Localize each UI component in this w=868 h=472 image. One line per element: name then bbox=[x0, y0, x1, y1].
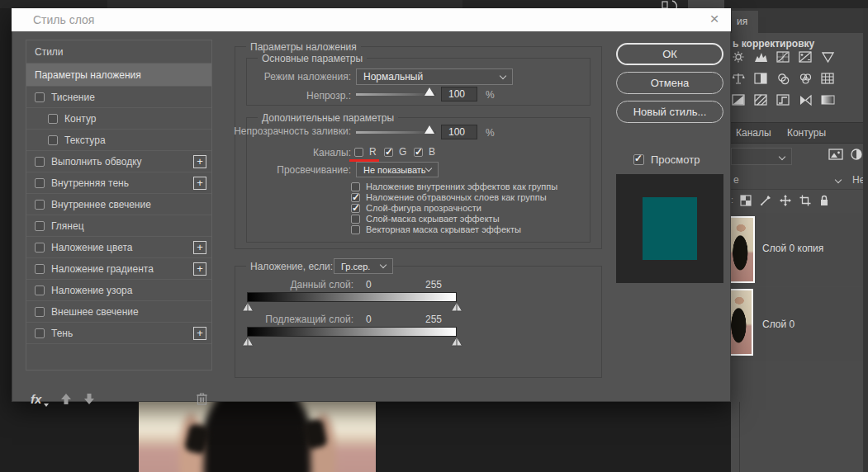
checkbox[interactable] bbox=[35, 328, 45, 338]
checkbox[interactable] bbox=[354, 148, 363, 157]
add-effect-icon[interactable]: + bbox=[193, 177, 206, 190]
channel-r-checkbox-row[interactable]: R bbox=[354, 146, 377, 158]
sidebar-item-bevel[interactable]: Тиснение bbox=[26, 87, 211, 108]
option-blend-clipped[interactable]: Наложение обтравочных слоев как группы bbox=[351, 192, 547, 202]
add-effect-icon[interactable]: + bbox=[193, 241, 206, 254]
checkbox[interactable] bbox=[414, 148, 423, 157]
this-layer-thumb-left[interactable] bbox=[242, 302, 254, 312]
add-effect-icon[interactable]: + bbox=[193, 327, 206, 340]
checkbox[interactable] bbox=[351, 182, 360, 191]
checkbox[interactable] bbox=[35, 221, 45, 231]
ok-button[interactable]: ОК bbox=[616, 43, 723, 65]
curves-icon[interactable] bbox=[776, 51, 790, 64]
checkbox[interactable] bbox=[351, 215, 360, 224]
sidebar-item-outer-glow[interactable]: Внешнее свечение bbox=[26, 301, 211, 323]
layer-thumbnail[interactable] bbox=[728, 289, 753, 356]
underlying-thumb-left[interactable] bbox=[242, 337, 254, 347]
posterize-icon[interactable] bbox=[754, 94, 768, 106]
add-effect-icon[interactable]: + bbox=[193, 155, 206, 168]
blend-if-select[interactable]: Гр.сер. bbox=[334, 258, 393, 274]
fill-opacity-input[interactable]: 100 bbox=[441, 125, 477, 139]
exposure-icon[interactable] bbox=[799, 51, 813, 64]
checkbox[interactable] bbox=[35, 243, 45, 253]
fx-button[interactable]: fx bbox=[31, 392, 41, 406]
channel-g-checkbox-row[interactable]: G bbox=[384, 146, 406, 158]
sidebar-item-stroke[interactable]: Выполнить обводку+ bbox=[26, 151, 211, 172]
tab-paths[interactable]: Контуры bbox=[782, 123, 834, 139]
checkbox[interactable] bbox=[35, 178, 45, 188]
sidebar-item-drop-shadow[interactable]: Тень+ bbox=[26, 323, 211, 344]
layer-thumbnail[interactable] bbox=[729, 216, 755, 283]
checkbox[interactable] bbox=[35, 307, 45, 317]
move-effect-up-button[interactable] bbox=[60, 393, 72, 405]
image-thumbnail-icon[interactable] bbox=[828, 149, 843, 161]
lock-artboard-icon[interactable] bbox=[799, 195, 811, 206]
gradient-map-icon[interactable] bbox=[821, 94, 835, 106]
lock-transparency-icon[interactable] bbox=[740, 195, 752, 206]
checkbox[interactable] bbox=[35, 200, 45, 210]
blend-mode-select[interactable]: Нормальный bbox=[356, 68, 513, 85]
checkbox[interactable] bbox=[351, 193, 360, 202]
selective-color-icon[interactable] bbox=[799, 94, 813, 106]
layer-name[interactable]: Слой 0 копия bbox=[762, 243, 823, 254]
checkbox[interactable] bbox=[35, 286, 45, 295]
black-white-icon[interactable] bbox=[754, 73, 768, 85]
photo-filter-icon[interactable] bbox=[776, 73, 790, 85]
this-layer-thumb-right[interactable] bbox=[451, 302, 462, 312]
cancel-button[interactable]: Отмена bbox=[616, 72, 723, 94]
tab-channels[interactable]: Каналы bbox=[731, 123, 780, 139]
preview-checkbox-row[interactable]: Просмотр bbox=[633, 153, 700, 166]
checkbox[interactable] bbox=[35, 157, 45, 167]
lock-pixels-icon[interactable] bbox=[760, 195, 771, 206]
properties-dropdown[interactable] bbox=[731, 148, 792, 165]
brightness-contrast-icon[interactable] bbox=[732, 51, 746, 64]
option-blend-interior[interactable]: Наложение внутренних эффектов как группы bbox=[351, 182, 557, 191]
underlying-thumb-right[interactable] bbox=[451, 337, 462, 347]
knockout-select[interactable]: Не показывать bbox=[356, 162, 439, 177]
sidebar-item-styles[interactable]: Стили bbox=[26, 40, 211, 64]
sidebar-item-contour[interactable]: Контур bbox=[26, 108, 211, 130]
sidebar-item-blending-options[interactable]: Параметры наложения bbox=[26, 64, 211, 87]
layer-row-copy[interactable]: Слой 0 копия bbox=[731, 213, 868, 286]
new-style-button[interactable]: Новый стиль... bbox=[616, 101, 723, 123]
move-effect-down-button[interactable] bbox=[83, 393, 95, 405]
checkbox[interactable] bbox=[351, 225, 360, 234]
sidebar-item-pattern-overlay[interactable]: Наложение узора bbox=[26, 280, 211, 301]
sidebar-item-texture[interactable]: Текстура bbox=[26, 130, 211, 151]
option-vector-mask-hides[interactable]: Векторная маска скрывает эффекты bbox=[351, 224, 521, 234]
mask-circle-icon[interactable] bbox=[850, 148, 863, 161]
checkbox[interactable] bbox=[48, 135, 58, 145]
vibrance-icon[interactable] bbox=[821, 51, 835, 64]
layer-name[interactable]: Слой 0 bbox=[762, 319, 794, 330]
blend-mode-fragment[interactable]: е bbox=[733, 174, 739, 186]
sidebar-item-gradient-overlay[interactable]: Наложение градиента+ bbox=[26, 258, 211, 280]
fill-opacity-slider-thumb[interactable] bbox=[425, 125, 434, 134]
checkbox[interactable] bbox=[35, 92, 45, 102]
this-layer-gradient-bar[interactable] bbox=[247, 292, 457, 302]
checkbox[interactable] bbox=[48, 114, 58, 124]
color-balance-icon[interactable] bbox=[732, 73, 746, 85]
tab-adjustments[interactable]: ия bbox=[732, 11, 758, 33]
sidebar-item-inner-shadow[interactable]: Внутренняя тень+ bbox=[26, 172, 211, 194]
checkbox[interactable] bbox=[35, 264, 45, 274]
underlying-layer-gradient-bar[interactable] bbox=[247, 327, 457, 337]
invert-icon[interactable] bbox=[732, 94, 746, 106]
checkbox[interactable] bbox=[633, 154, 644, 165]
add-effect-icon[interactable]: + bbox=[193, 262, 206, 276]
option-layer-mask-hides[interactable]: Слой-маска скрывает эффекты bbox=[351, 214, 500, 224]
opacity-input[interactable]: 100 bbox=[441, 87, 477, 101]
sidebar-item-inner-glow[interactable]: Внутреннее свечение bbox=[26, 194, 211, 215]
lock-position-icon[interactable] bbox=[780, 195, 791, 206]
checkbox[interactable] bbox=[351, 204, 360, 213]
option-transparency-shapes[interactable]: Слой-фигура прозрачности bbox=[351, 203, 481, 213]
channel-mixer-icon[interactable] bbox=[799, 73, 813, 85]
lock-all-icon[interactable] bbox=[818, 195, 830, 206]
sidebar-item-satin[interactable]: Глянец bbox=[26, 215, 211, 237]
checkbox[interactable] bbox=[384, 148, 393, 157]
close-icon[interactable]: × bbox=[704, 10, 725, 30]
threshold-icon[interactable] bbox=[776, 94, 790, 106]
sidebar-item-color-overlay[interactable]: Наложение цвета+ bbox=[26, 237, 211, 258]
levels-icon[interactable] bbox=[754, 51, 768, 64]
color-lookup-icon[interactable] bbox=[821, 73, 835, 85]
chevron-down-icon[interactable] bbox=[835, 177, 842, 183]
